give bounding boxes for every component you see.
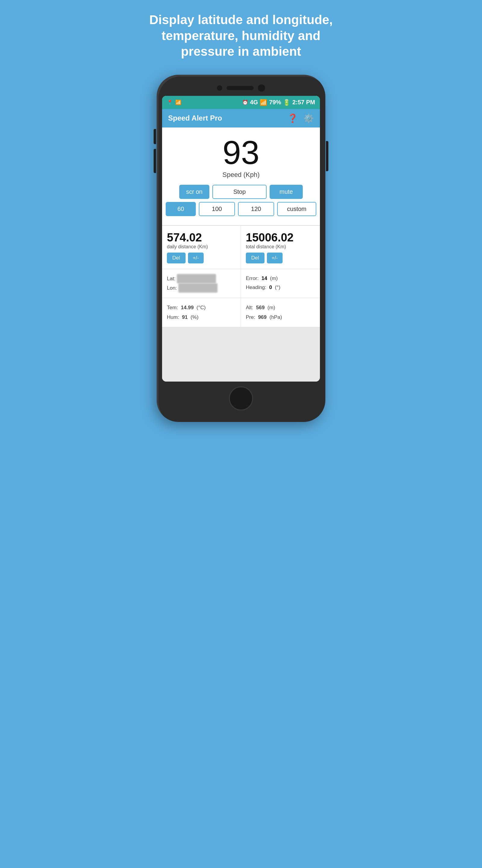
network-type: 4G <box>250 99 258 106</box>
location-icon: 📍 <box>167 99 173 105</box>
phone-bottom <box>162 386 320 410</box>
hum-unit: (%) <box>190 314 198 320</box>
alarm-icon: ⏰ <box>242 99 248 105</box>
settings-icon[interactable]: ⚙️ <box>303 113 314 123</box>
lat-row: Lat: <box>167 274 236 284</box>
error-row: Error: 14 (m) <box>246 274 315 283</box>
heading-unit: (°) <box>275 284 280 290</box>
daily-distance-actions: Del +/- <box>167 253 236 264</box>
hum-value: 91 <box>182 314 188 320</box>
speed-section: 93 Speed (Kph) scr on Stop mute 60 100 1… <box>162 127 320 225</box>
volume-up-btn <box>154 129 156 144</box>
heading-row: Heading: 0 (°) <box>246 283 315 292</box>
hum-label: Hum: <box>167 314 179 320</box>
speed-60-button[interactable]: 60 <box>166 202 196 216</box>
error-unit: (m) <box>270 276 278 281</box>
daily-distance-label: daily distance (Km) <box>167 244 236 250</box>
tem-value: 14.99 <box>181 305 194 310</box>
pre-row: Pre: 969 (hPa) <box>246 313 315 322</box>
heading-label: Heading: <box>246 284 266 290</box>
error-label: Error: <box>246 276 259 281</box>
total-plusminus-button[interactable]: +/- <box>267 253 283 264</box>
app-title: Speed Alert Pro <box>168 114 222 122</box>
battery-icon: 🔋 <box>283 99 290 106</box>
total-distance-actions: Del +/- <box>246 253 315 264</box>
alt-value: 569 <box>256 305 264 310</box>
data-grid: 574.02 daily distance (Km) Del +/- 15006… <box>162 225 320 328</box>
battery-percent: 79% <box>269 99 281 106</box>
lon-label: Lon: <box>167 285 177 291</box>
signal-icon: 📶 <box>260 99 267 106</box>
speed-label: Speed (Kph) <box>222 171 260 179</box>
alt-unit: (m) <box>267 305 275 310</box>
speaker-slot <box>227 86 254 90</box>
gps-info-cell: Error: 14 (m) Heading: 0 (°) <box>241 269 320 298</box>
pre-label: Pre: <box>246 314 255 320</box>
home-button[interactable] <box>229 386 253 410</box>
time-display: 2:57 PM <box>292 99 315 106</box>
total-distance-value: 15006.02 <box>246 231 315 244</box>
total-distance-cell: 15006.02 total distance (Km) Del +/- <box>241 226 320 269</box>
wifi-icon: 📶 <box>175 99 181 105</box>
lon-row: Lon: <box>167 283 236 293</box>
alt-pre-cell: Alt: 569 (m) Pre: 969 (hPa) <box>241 298 320 328</box>
status-left: 📍 📶 <box>167 99 181 105</box>
status-right: ⏰ 4G 📶 79% 🔋 2:57 PM <box>242 99 315 106</box>
side-buttons-left <box>154 129 156 173</box>
daily-distance-cell: 574.02 daily distance (Km) Del +/- <box>162 226 241 269</box>
control-buttons-row1: scr on Stop mute <box>179 185 303 199</box>
speed-120-button[interactable]: 120 <box>238 202 274 216</box>
daily-del-button[interactable]: Del <box>167 253 186 264</box>
alt-label: Alt: <box>246 305 253 310</box>
mute-button[interactable]: mute <box>269 185 303 199</box>
power-btn <box>326 141 328 171</box>
scr-on-button[interactable]: scr on <box>179 185 210 199</box>
speed-limit-buttons-row: 60 100 120 custom <box>166 202 316 216</box>
speed-100-button[interactable]: 100 <box>199 202 235 216</box>
speed-value: 93 <box>223 136 259 169</box>
camera-dot <box>217 85 222 91</box>
heading-value: 0 <box>269 284 272 290</box>
pre-value: 969 <box>258 314 267 320</box>
volume-down-btn <box>154 149 156 173</box>
app-bar: Speed Alert Pro ❓ ⚙️ <box>162 109 320 127</box>
lat-value <box>177 274 216 283</box>
tem-unit: (°C) <box>196 305 205 310</box>
tem-hum-cell: Tem: 14.99 (°C) Hum: 91 (%) <box>162 298 241 328</box>
speed-custom-button[interactable]: custom <box>277 202 316 216</box>
alt-row: Alt: 569 (m) <box>246 303 315 313</box>
lat-label: Lat: <box>167 276 175 281</box>
status-bar: 📍 📶 ⏰ 4G 📶 79% 🔋 2:57 PM <box>162 96 320 109</box>
phone-screen: 📍 📶 ⏰ 4G 📶 79% 🔋 2:57 PM Speed Alert Pro… <box>162 96 320 382</box>
error-value: 14 <box>261 276 267 281</box>
total-distance-label: total distance (Km) <box>246 244 315 250</box>
phone-shell: 📍 📶 ⏰ 4G 📶 79% 🔋 2:57 PM Speed Alert Pro… <box>157 75 325 422</box>
daily-distance-value: 574.02 <box>167 231 236 244</box>
daily-plusminus-button[interactable]: +/- <box>188 253 204 264</box>
pre-unit: (hPa) <box>269 314 282 320</box>
side-button-right <box>326 141 328 171</box>
lon-value <box>178 283 218 293</box>
help-icon[interactable]: ❓ <box>287 113 298 123</box>
stop-button[interactable]: Stop <box>213 185 267 199</box>
front-camera <box>258 84 265 92</box>
bottom-empty-area <box>162 327 320 381</box>
total-del-button[interactable]: Del <box>246 253 264 264</box>
tem-row: Tem: 14.99 (°C) <box>167 303 236 313</box>
page-title: Display latitude and longitude, temperat… <box>135 12 347 60</box>
phone-top <box>162 84 320 92</box>
hum-row: Hum: 91 (%) <box>167 313 236 322</box>
lat-lon-cell: Lat: Lon: <box>162 269 241 298</box>
tem-label: Tem: <box>167 305 178 310</box>
app-bar-actions: ❓ ⚙️ <box>287 113 314 123</box>
